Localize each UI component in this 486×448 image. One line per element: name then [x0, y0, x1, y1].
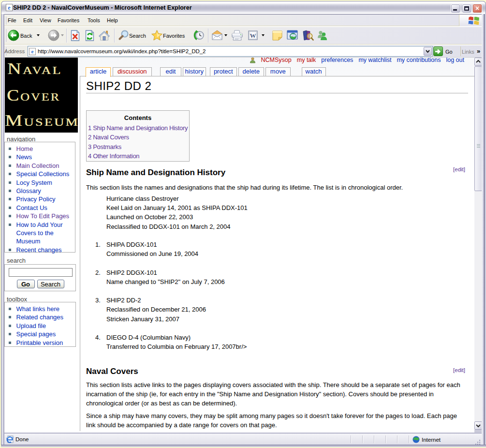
svg-text:W: W: [250, 32, 256, 39]
